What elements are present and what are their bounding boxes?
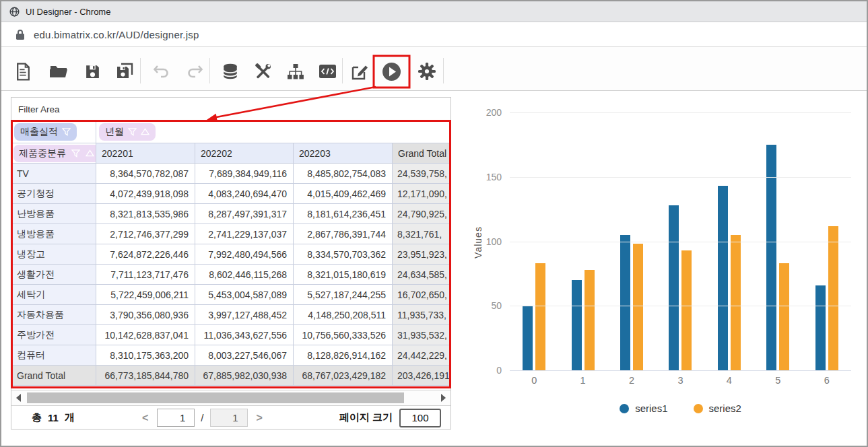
series1-bar[interactable]	[766, 145, 776, 370]
value-cell[interactable]: 5,722,459,006,211	[96, 285, 195, 305]
column-header[interactable]: 202201	[96, 143, 195, 164]
value-cell[interactable]: 8,321,813,535,986	[96, 204, 195, 224]
column-header[interactable]: Grand Total	[393, 143, 450, 164]
row-label-cell[interactable]: 냉방용품	[11, 224, 96, 244]
column-dimension-pill[interactable]: 년월	[99, 123, 156, 141]
series1-bar[interactable]	[669, 205, 679, 370]
column-header[interactable]: 202203	[294, 143, 393, 164]
value-cell[interactable]: 24,442,229,	[393, 345, 450, 366]
value-cell[interactable]: 12,171,090,	[393, 184, 450, 204]
row-label-cell[interactable]: 주방가전	[11, 325, 96, 345]
series2-bar[interactable]	[681, 250, 692, 370]
value-cell[interactable]: 4,083,240,694,470	[195, 184, 294, 204]
legend-item[interactable]: series2	[694, 403, 741, 414]
page-size-input[interactable]	[399, 409, 441, 427]
value-cell[interactable]: 2,867,786,391,744	[294, 224, 393, 244]
settings-button[interactable]	[411, 57, 442, 86]
scroll-right-icon[interactable]	[441, 394, 446, 402]
row-label-cell[interactable]: 컴퓨터	[11, 345, 96, 366]
value-cell[interactable]: 203,426,191,	[393, 366, 450, 386]
row-dimension-pill[interactable]: 제품중분류	[13, 145, 96, 162]
column-header[interactable]: 202202	[195, 143, 294, 164]
value-cell[interactable]: 8,003,227,546,067	[195, 345, 294, 366]
value-cell[interactable]: 31,935,532,	[393, 325, 450, 345]
value-cell[interactable]: 4,015,409,462,469	[294, 184, 393, 204]
address-bar[interactable]: edu.bimatrix.co.kr/AUD/designer.jsp	[1, 22, 867, 47]
value-cell[interactable]: 66,773,185,844,780	[96, 366, 195, 386]
save-button[interactable]	[77, 57, 108, 86]
new-document-button[interactable]	[7, 57, 38, 86]
value-cell[interactable]: 8,485,802,754,083	[294, 164, 393, 184]
value-cell[interactable]: 8,334,570,703,362	[294, 244, 393, 265]
value-cell[interactable]: 8,321,015,180,619	[294, 265, 393, 285]
value-cell[interactable]: 23,951,923,	[393, 244, 450, 265]
value-cell[interactable]: 8,181,614,236,451	[294, 204, 393, 224]
value-cell[interactable]: 5,453,004,587,089	[195, 285, 294, 305]
scroll-left-icon[interactable]	[16, 394, 21, 402]
series1-bar[interactable]	[815, 285, 826, 370]
row-label-cell[interactable]: 생활가전	[11, 265, 96, 285]
legend-item[interactable]: series1	[620, 403, 667, 414]
value-cell[interactable]: 3,997,127,488,452	[195, 305, 294, 325]
source-code-button[interactable]	[312, 57, 343, 86]
save-as-button[interactable]	[109, 57, 140, 86]
run-button[interactable]	[376, 57, 407, 86]
value-cell[interactable]: 7,689,384,949,116	[195, 164, 294, 184]
value-cell[interactable]: 11,935,733,	[393, 305, 450, 325]
value-cell[interactable]: 4,072,439,918,098	[96, 184, 195, 204]
prev-page-button[interactable]: <	[139, 412, 151, 424]
edit-button[interactable]	[344, 57, 375, 86]
series1-bar[interactable]	[718, 186, 728, 370]
value-cell[interactable]: 11,036,343,627,556	[195, 325, 294, 345]
sort-asc-icon[interactable]	[86, 149, 94, 157]
row-label-cell[interactable]: 자동차용품	[11, 305, 96, 325]
value-cell[interactable]: 7,992,480,494,566	[195, 244, 294, 265]
build-tools-button[interactable]	[247, 57, 278, 86]
scrollbar-track[interactable]	[26, 390, 436, 405]
value-cell[interactable]: 16,702,650,	[393, 285, 450, 305]
value-cell[interactable]: 2,741,229,137,037	[195, 224, 294, 244]
value-cell[interactable]: 68,767,023,429,182	[294, 366, 393, 386]
value-cell[interactable]: 8,364,570,782,087	[96, 164, 195, 184]
row-label-cell[interactable]: 난방용품	[11, 204, 96, 224]
filter-funnel-icon[interactable]	[62, 128, 71, 136]
value-cell[interactable]: 3,790,356,080,936	[96, 305, 195, 325]
grand-total-row-label[interactable]: Grand Total	[11, 366, 96, 386]
value-cell[interactable]: 7,624,872,226,446	[96, 244, 195, 265]
value-cell[interactable]: 4,148,250,208,511	[294, 305, 393, 325]
row-label-cell[interactable]: 세탁기	[11, 285, 96, 305]
value-cell[interactable]: 24,790,925,	[393, 204, 450, 224]
series2-bar[interactable]	[633, 244, 643, 370]
url-text[interactable]: edu.bimatrix.co.kr/AUD/designer.jsp	[34, 29, 199, 40]
next-page-button[interactable]: >	[254, 412, 265, 424]
value-cell[interactable]: 8,602,446,115,268	[195, 265, 294, 285]
value-cell[interactable]: 2,712,746,377,299	[96, 224, 195, 244]
hierarchy-button[interactable]	[280, 57, 311, 86]
value-cell[interactable]: 8,287,497,391,317	[195, 204, 294, 224]
scrollbar-thumb[interactable]	[27, 392, 404, 403]
current-page-input[interactable]	[157, 409, 195, 427]
series1-bar[interactable]	[572, 280, 582, 370]
value-cell[interactable]: 5,527,187,244,255	[294, 285, 393, 305]
row-label-cell[interactable]: 공기청정	[11, 184, 96, 204]
value-cell[interactable]: 8,128,826,914,162	[294, 345, 393, 366]
sort-asc-icon[interactable]	[141, 128, 149, 135]
series2-bar[interactable]	[779, 263, 789, 370]
redo-button[interactable]	[179, 57, 210, 86]
measure-pill[interactable]: 매출실적	[14, 123, 77, 141]
series1-bar[interactable]	[523, 306, 533, 370]
value-cell[interactable]: 10,142,628,837,041	[96, 325, 195, 345]
value-cell[interactable]: 24,634,585,	[393, 265, 450, 285]
value-cell[interactable]: 67,885,982,030,938	[195, 366, 294, 386]
value-cell[interactable]: 8,321,761,	[393, 224, 450, 244]
undo-button[interactable]	[145, 57, 176, 86]
row-label-cell[interactable]: TV	[11, 164, 96, 184]
series2-bar[interactable]	[828, 226, 838, 370]
value-cell[interactable]: 10,756,560,333,526	[294, 325, 393, 345]
value-cell[interactable]: 24,539,758,	[393, 164, 450, 184]
series2-bar[interactable]	[731, 235, 741, 370]
value-cell[interactable]: 7,711,123,717,476	[96, 265, 195, 285]
series2-bar[interactable]	[535, 263, 545, 370]
row-label-cell[interactable]: 냉장고	[11, 244, 96, 265]
open-button[interactable]	[43, 57, 74, 86]
